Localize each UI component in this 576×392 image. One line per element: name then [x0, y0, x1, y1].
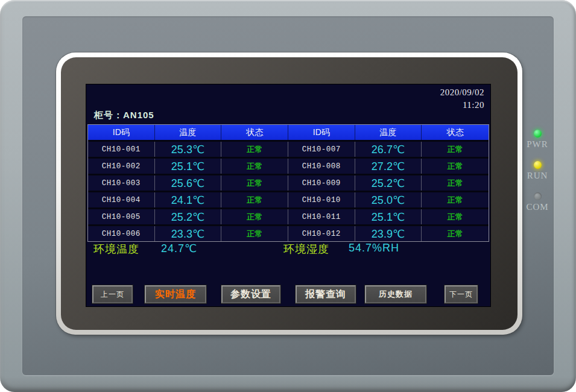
cell-temperature: 25.1℃: [355, 209, 422, 224]
next-page-button[interactable]: 下一页: [445, 285, 478, 303]
cell-status: 正常: [221, 175, 288, 191]
cell-temperature: 25.2℃: [155, 209, 222, 224]
cell-status: 正常: [422, 226, 489, 241]
header-status-2: 状态: [422, 125, 489, 140]
datetime-block: 2020/09/02 11:20: [440, 86, 484, 112]
hmi-device: 2020/09/02 11:20 柜号：AN105 ID码 温度 状态 ID码 …: [0, 0, 576, 392]
channel-table: ID码 温度 状态 ID码 温度 状态 CH10-001 25.3℃ 正常 CH…: [87, 124, 489, 242]
cell-channel-id: CH10-003: [88, 175, 155, 191]
cell-temperature: 25.0℃: [355, 192, 422, 207]
pwr-led-group: PWR: [522, 130, 552, 150]
env-humidity-label: 环境湿度: [283, 242, 329, 256]
date-text: 2020/09/02: [440, 86, 484, 99]
power-led-icon: [534, 130, 542, 138]
com-led-label: COM: [522, 202, 552, 212]
cell-status: 正常: [422, 192, 489, 207]
cell-channel-id: CH10-010: [288, 192, 355, 207]
env-humidity-value: 54.7%RH: [349, 242, 399, 254]
cell-status: 正常: [422, 142, 489, 157]
cell-temperature: 25.1℃: [155, 159, 222, 174]
table-row: CH10-004 24.1℃ 正常 CH10-010 25.0℃ 正常: [88, 192, 489, 207]
cell-channel-id: CH10-012: [288, 226, 355, 241]
cell-temperature: 23.9℃: [355, 226, 422, 241]
cell-channel-id: CH10-005: [88, 209, 155, 224]
env-temp-value: 24.7℃: [161, 242, 197, 255]
cabinet-label: 柜号：AN105: [94, 110, 154, 121]
run-led-group: RUN: [522, 161, 552, 181]
table-header-row: ID码 温度 状态 ID码 温度 状态: [88, 125, 489, 140]
cell-temperature: 23.3℃: [155, 226, 222, 241]
cell-channel-id: CH10-004: [88, 192, 155, 207]
cell-temperature: 27.2℃: [355, 159, 422, 174]
header-temp-2: 温度: [355, 125, 422, 140]
prev-page-button[interactable]: 上一页: [92, 285, 133, 303]
table-row: CH10-006 23.3℃ 正常 CH10-012 23.9℃ 正常: [88, 226, 489, 241]
cell-temperature: 25.3℃: [155, 142, 222, 157]
time-text: 11:20: [440, 99, 484, 112]
cell-channel-id: CH10-008: [288, 159, 355, 174]
alarm-query-button[interactable]: 报警查询: [296, 285, 356, 303]
cell-status: 正常: [221, 142, 288, 157]
cell-temperature: 26.7℃: [355, 142, 422, 157]
pwr-led-label: PWR: [522, 139, 552, 150]
header-id-1: ID码: [88, 125, 155, 140]
cell-status: 正常: [221, 226, 288, 241]
realtime-temp-button[interactable]: 实时温度: [145, 285, 206, 303]
cell-status: 正常: [221, 192, 288, 207]
run-led-icon: [534, 161, 542, 169]
cell-channel-id: CH10-001: [88, 142, 155, 157]
cell-temperature: 25.2℃: [355, 175, 422, 191]
cell-status: 正常: [422, 175, 489, 191]
com-led-icon: [534, 192, 542, 200]
cell-channel-id: CH10-006: [88, 226, 155, 241]
cell-channel-id: CH10-011: [288, 209, 355, 224]
table-row: CH10-003 25.6℃ 正常 CH10-009 25.2℃ 正常: [88, 175, 489, 191]
header-status-1: 状态: [221, 125, 288, 140]
cell-status: 正常: [422, 159, 489, 174]
header-id-2: ID码: [288, 125, 355, 140]
run-led-label: RUN: [522, 171, 552, 181]
environment-readouts: 环境温度 24.7℃ 环境湿度 54.7%RH: [86, 242, 490, 256]
cell-channel-id: CH10-007: [288, 142, 355, 157]
com-led-group: COM: [522, 192, 552, 212]
cell-channel-id: CH10-002: [88, 159, 155, 174]
cell-temperature: 24.1℃: [155, 192, 222, 207]
table-row: CH10-002 25.1℃ 正常 CH10-008 27.2℃ 正常: [88, 159, 489, 174]
cell-status: 正常: [422, 209, 489, 224]
table-row: CH10-001 25.3℃ 正常 CH10-007 26.7℃ 正常: [88, 142, 489, 157]
cell-status: 正常: [221, 159, 288, 174]
display-screen: 2020/09/02 11:20 柜号：AN105 ID码 温度 状态 ID码 …: [86, 84, 490, 306]
history-data-button[interactable]: 历史数据: [365, 285, 426, 303]
header-temp-1: 温度: [155, 125, 222, 140]
cell-status: 正常: [221, 209, 288, 224]
table-row: CH10-005 25.2℃ 正常 CH10-011 25.1℃ 正常: [88, 209, 489, 224]
cell-temperature: 25.6℃: [155, 175, 222, 191]
parameter-settings-button[interactable]: 参数设置: [221, 285, 280, 303]
env-temp-label: 环境温度: [93, 242, 139, 256]
cell-channel-id: CH10-009: [288, 175, 355, 191]
